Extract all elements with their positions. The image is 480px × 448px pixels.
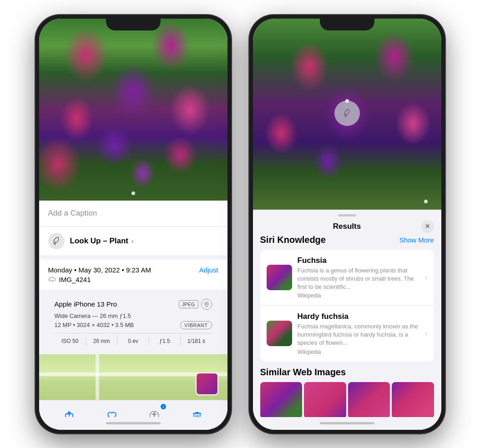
photo-info-section: Monday • May 30, 2022 • 9:23 AM Adjust I… xyxy=(39,260,227,290)
results-header: Results ✕ xyxy=(253,216,441,235)
format-badge: JPEG xyxy=(179,300,198,308)
fuchsia-name: Fuchsia xyxy=(298,256,420,265)
sparkle-info-icon: i xyxy=(148,410,160,417)
map-background xyxy=(39,354,227,400)
right-phone-screen: Results ✕ Siri Knowledge Show More xyxy=(253,19,441,430)
siri-knowledge-title: Siri Knowledge xyxy=(260,235,326,245)
close-button[interactable]: ✕ xyxy=(421,220,434,233)
hardy-text: Hardy fuchsia Fuchsia magellanica, commo… xyxy=(298,312,420,355)
similar-image-1[interactable] xyxy=(260,382,303,417)
delete-button[interactable] xyxy=(187,406,207,417)
location-icon xyxy=(201,299,212,310)
map-section[interactable] xyxy=(39,354,227,400)
map-road-vertical xyxy=(96,354,99,400)
knowledge-card: Fuchsia Fuchsia is a genus of flowering … xyxy=(260,250,434,362)
left-phone: Add a Caption Look Up – Plant › xyxy=(35,15,231,433)
hardy-thumbnail xyxy=(267,321,292,346)
flower-photo-inner xyxy=(39,19,227,201)
favorite-button[interactable] xyxy=(102,406,122,417)
caption-placeholder[interactable]: Add a Caption xyxy=(48,209,97,217)
svg-point-1 xyxy=(206,303,207,305)
siri-leaf-icon xyxy=(343,109,352,118)
visual-lookup-button[interactable] xyxy=(334,101,360,126)
exif-shutter: 1/181 s xyxy=(181,337,212,345)
share-icon xyxy=(64,410,75,417)
similar-images-grid xyxy=(260,382,434,417)
exif-aperture: ƒ1.5 xyxy=(149,337,181,345)
lookup-label: Look Up – Plant › xyxy=(70,237,134,245)
caption-area[interactable]: Add a Caption xyxy=(39,201,227,227)
camera-exif: ISO 50 26 mm 0 ev ƒ1.5 1/181 s xyxy=(55,333,212,345)
home-bar-right xyxy=(253,417,441,430)
exif-ev: 0 ev xyxy=(117,337,149,345)
camera-details: Wide Camera — 26 mm ƒ1.5 xyxy=(55,312,212,319)
similar-image-2[interactable] xyxy=(304,382,346,417)
fuchsia-description: Fuchsia is a genus of flowering plants t… xyxy=(298,267,420,292)
lookup-subject: Plant xyxy=(109,237,128,245)
right-home-indicator xyxy=(320,422,374,424)
exif-iso: ISO 50 xyxy=(55,337,86,345)
camera-badges: JPEG xyxy=(179,299,212,310)
photo-date: Monday • May 30, 2022 • 9:23 AM xyxy=(48,266,151,274)
hardy-source: Wikipedia xyxy=(298,349,420,355)
fuchsia-chevron: › xyxy=(425,273,427,282)
share-button[interactable] xyxy=(59,406,79,417)
camera-model: Apple iPhone 13 Pro xyxy=(55,300,117,308)
camera-section: Apple iPhone 13 Pro JPEG Wide Camera — 2… xyxy=(48,293,218,351)
heart-icon xyxy=(106,410,117,417)
similar-image-3[interactable] xyxy=(348,382,390,417)
fuchsia-item[interactable]: Fuchsia Fuchsia is a genus of flowering … xyxy=(260,250,434,306)
camera-mp: 12 MP • 3024 × 4032 • 3.5 MB xyxy=(55,322,134,328)
left-content: Add a Caption Look Up – Plant › xyxy=(39,19,227,417)
hardy-description: Fuchsia magellanica, commonly known as t… xyxy=(298,322,420,347)
cloud-icon xyxy=(48,276,56,282)
camera-header: Apple iPhone 13 Pro JPEG xyxy=(55,299,212,310)
fuchsia-thumbnail xyxy=(267,265,292,290)
filename-row: IMG_4241 xyxy=(48,276,218,283)
exif-focal: 26 mm xyxy=(86,337,117,345)
results-title: Results xyxy=(333,222,361,231)
lookup-chevron: › xyxy=(131,237,134,245)
show-more-button[interactable]: Show More xyxy=(399,236,434,244)
siri-knowledge-section: Siri Knowledge Show More Fuchsia Fuchsia… xyxy=(253,235,441,367)
info-button[interactable]: i i xyxy=(144,406,164,417)
knowledge-header: Siri Knowledge Show More xyxy=(260,235,434,245)
bottom-toolbar: i i xyxy=(39,400,227,417)
similar-title: Similar Web Images xyxy=(260,367,434,378)
info-badge: i xyxy=(161,404,166,409)
hardy-fuchsia-item[interactable]: Hardy fuchsia Fuchsia magellanica, commo… xyxy=(260,306,434,362)
photo-filename: IMG_4241 xyxy=(59,276,91,283)
info-date-row: Monday • May 30, 2022 • 9:23 AM Adjust xyxy=(48,266,218,274)
svg-text:i: i xyxy=(154,414,155,417)
camera-mp-row: 12 MP • 3024 × 4032 • 3.5 MB VIBRANT xyxy=(55,321,212,329)
lookup-text: Look Up – Plant › xyxy=(70,237,134,246)
similar-image-4[interactable] xyxy=(392,382,434,417)
left-phone-screen: Add a Caption Look Up – Plant › xyxy=(39,19,227,430)
page-dot-indicator xyxy=(131,191,135,195)
fuchsia-source: Wikipedia xyxy=(298,292,420,299)
similar-images-section: Similar Web Images xyxy=(253,367,441,417)
lookup-plant-icon xyxy=(48,233,65,249)
right-phone: Results ✕ Siri Knowledge Show More xyxy=(249,15,445,433)
flower-photo[interactable] xyxy=(39,19,227,201)
right-phone-notch xyxy=(320,15,374,30)
home-indicator xyxy=(106,422,161,424)
adjust-button[interactable]: Adjust xyxy=(199,266,218,274)
results-panel[interactable]: Results ✕ Siri Knowledge Show More xyxy=(253,210,441,417)
hardy-chevron: › xyxy=(425,329,427,337)
right-flower-photo[interactable] xyxy=(253,19,441,210)
right-page-dot xyxy=(424,200,428,203)
fuchsia-text: Fuchsia Fuchsia is a genus of flowering … xyxy=(298,256,420,299)
home-bar-left xyxy=(39,417,227,430)
lookup-label-bold: Look Up – xyxy=(70,237,107,245)
phone-notch xyxy=(106,15,161,30)
hardy-name: Hardy fuchsia xyxy=(298,312,420,321)
siri-indicator-dot xyxy=(345,99,349,103)
map-photo-thumbnail xyxy=(196,372,218,395)
trash-icon xyxy=(192,410,202,417)
right-content: Results ✕ Siri Knowledge Show More xyxy=(253,19,441,417)
vibrant-badge: VIBRANT xyxy=(180,321,212,329)
lookup-row[interactable]: Look Up – Plant › xyxy=(39,227,227,256)
